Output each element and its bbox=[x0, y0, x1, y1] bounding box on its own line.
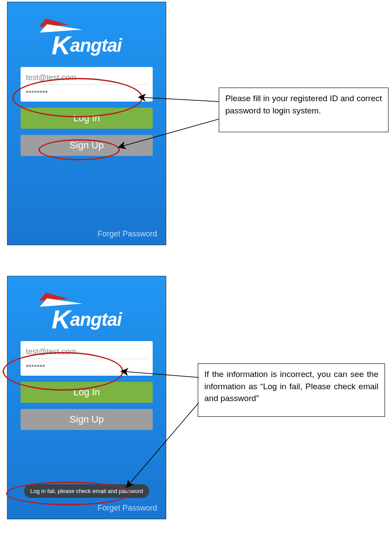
forget-password-link[interactable]: Forget Password bbox=[98, 504, 157, 513]
email-field[interactable]: test@test.com bbox=[26, 70, 147, 85]
credential-card: test@test.com ••••••• bbox=[21, 341, 153, 376]
password-field[interactable]: •••••••• bbox=[26, 85, 147, 99]
password-field[interactable]: ••••••• bbox=[26, 359, 147, 373]
forget-password-link[interactable]: Forget Password bbox=[98, 229, 157, 239]
brand-logo: Kangtai bbox=[30, 18, 144, 57]
app-screenshot-login-error: Kangtai test@test.com ••••••• Log In Sig… bbox=[7, 276, 166, 519]
annotation-callout-2: If the information is incorrect, you can… bbox=[198, 363, 385, 417]
brand-rest: angtai bbox=[70, 35, 122, 56]
logo-area: Kangtai bbox=[7, 18, 166, 59]
logo-area: Kangtai bbox=[7, 292, 166, 333]
email-field[interactable]: test@test.com bbox=[26, 345, 147, 359]
error-toast: Log in fail, please check email and pass… bbox=[24, 484, 149, 498]
brand-logo: Kangtai bbox=[30, 292, 144, 331]
login-button[interactable]: Log In bbox=[21, 108, 153, 129]
app-screenshot-login: Kangtai test@test.com •••••••• Log In Si… bbox=[7, 2, 166, 245]
annotation-callout-1: Please fill in your registered ID and co… bbox=[219, 88, 388, 132]
brand-name: Kangtai bbox=[30, 304, 144, 335]
signup-button[interactable]: Sign Up bbox=[21, 135, 153, 156]
credential-card: test@test.com •••••••• bbox=[21, 67, 153, 102]
brand-name: Kangtai bbox=[30, 30, 144, 60]
signup-button[interactable]: Sign Up bbox=[21, 409, 153, 430]
login-button[interactable]: Log In bbox=[21, 382, 153, 403]
brand-rest: angtai bbox=[70, 309, 122, 330]
